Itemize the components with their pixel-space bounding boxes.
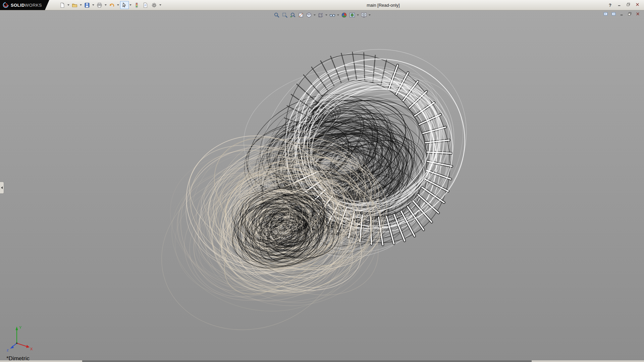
chevron-down-icon (325, 14, 327, 16)
headsup-display-style-button[interactable] (317, 11, 325, 19)
triad-origin (16, 343, 17, 344)
toolbar-select-dropdown[interactable] (129, 1, 132, 9)
toolbar-undo-button[interactable] (108, 1, 116, 9)
toolbar-new-button[interactable] (58, 1, 67, 9)
options-icon (151, 2, 157, 8)
headsup-display-style-dropdown[interactable] (325, 11, 328, 19)
headsup-hide-show-items-dropdown[interactable] (336, 11, 340, 19)
brand-name-bold: SOLID (11, 3, 25, 8)
print-icon (97, 2, 102, 8)
appearance-ball-icon (341, 12, 347, 18)
orientation-triad: Y X Z (6, 324, 37, 352)
doc-new-icon (59, 2, 65, 8)
folder-open-icon (72, 2, 77, 8)
docwindow-minimize-button[interactable] (619, 12, 625, 17)
chevron-down-icon (357, 14, 359, 16)
chevron-down-icon (314, 14, 316, 16)
headsup-hide-show-items-button[interactable] (328, 11, 336, 19)
win-close-icon (636, 11, 640, 17)
headsup-zoom-to-area-button[interactable] (281, 11, 289, 19)
headsup-previous-view-button[interactable] (289, 11, 297, 19)
toolbar-rebuild-button[interactable] (132, 1, 141, 9)
headsup-zoom-to-fit-button[interactable] (273, 11, 281, 19)
win-min-icon (620, 11, 624, 17)
rebuild-icon (134, 2, 140, 8)
status-bar (0, 360, 644, 362)
featuremanager-flyout-tab[interactable] (0, 182, 4, 194)
chevron-down-icon (67, 4, 69, 6)
file-props-icon (143, 2, 148, 8)
view-settings-icon (361, 12, 367, 18)
win-min-icon (617, 2, 622, 8)
zoom-fit-icon (274, 12, 280, 18)
docwindow-tab-right-button[interactable] (611, 12, 616, 17)
win-restore-icon (626, 2, 631, 8)
save-icon (84, 2, 90, 8)
toolbar-print-dropdown[interactable] (104, 1, 108, 9)
chevron-down-icon (159, 4, 161, 6)
toolbar-select-button[interactable] (120, 1, 129, 9)
toolbar-options-dropdown[interactable] (159, 1, 162, 9)
undo-icon (109, 2, 115, 8)
brand-name-light: WORKS (25, 3, 42, 8)
titlebar-restore-button[interactable] (625, 2, 632, 8)
graphics-viewport[interactable]: Y X Z *Dimetric (0, 10, 644, 362)
section-icon (298, 12, 304, 18)
toolbar-save-button[interactable] (83, 1, 92, 9)
heads-up-view-toolbar (273, 11, 372, 19)
toolbar-undo-dropdown[interactable] (116, 1, 120, 9)
toolbar-options-button[interactable] (150, 1, 159, 9)
chevron-down-icon (105, 4, 107, 6)
triad-y-arrow-icon (16, 326, 18, 330)
zoom-area-icon (282, 12, 288, 18)
chevron-down-icon (337, 14, 339, 16)
solidworks-brand: SOLIDWORKS (0, 0, 49, 10)
triad-x-label: X (30, 347, 33, 351)
dassault-3ds-logo-icon (3, 2, 9, 8)
headsup-apply-scene-dropdown[interactable] (356, 11, 360, 19)
prev-view-icon (290, 12, 296, 18)
headsup-view-orientation-button[interactable] (305, 11, 313, 19)
title-bar: SOLIDWORKS main [Read-only] ? (0, 0, 644, 10)
titlebar-help-button[interactable]: ? (607, 2, 613, 8)
docwindow-restore-button[interactable] (627, 12, 633, 17)
triad-x-axis (17, 343, 27, 347)
headsup-view-settings-button[interactable] (360, 11, 368, 19)
toolbar-file-properties-button[interactable] (141, 1, 150, 9)
headsup-view-orientation-dropdown[interactable] (313, 11, 317, 19)
triad-x-arrow-icon (26, 345, 30, 348)
chevron-down-icon (92, 4, 94, 6)
headsup-view-settings-dropdown[interactable] (368, 11, 372, 19)
toolbar-print-button[interactable] (95, 1, 104, 9)
cursor-icon (121, 2, 127, 8)
toolbar-open-dropdown[interactable] (79, 1, 83, 9)
brand-name: SOLIDWORKS (11, 3, 42, 8)
docwindow-close-button[interactable] (635, 12, 641, 17)
chevron-down-icon (117, 4, 119, 6)
titlebar-close-button[interactable] (634, 2, 641, 8)
win-left-icon (603, 11, 608, 17)
headsup-apply-scene-button[interactable] (348, 11, 356, 19)
main-toolbar (58, 1, 162, 9)
toolbar-save-dropdown[interactable] (92, 1, 95, 9)
docwindow-tab-left-button[interactable] (603, 12, 608, 17)
chevron-down-icon (80, 4, 82, 6)
scene-icon (349, 12, 355, 18)
document-window-controls (603, 12, 641, 17)
help-icon: ? (609, 3, 611, 7)
win-right-icon (611, 11, 616, 17)
glasses-icon (329, 12, 335, 18)
view-cube-icon (306, 12, 312, 18)
headsup-edit-appearance-button[interactable] (340, 11, 348, 19)
toolbar-open-button[interactable] (70, 1, 79, 9)
chevron-down-icon (129, 4, 131, 6)
window-controls: ? (607, 2, 641, 8)
win-close-icon (635, 2, 640, 8)
win-restore-icon (628, 11, 632, 17)
triad-z-label: Z (7, 349, 9, 352)
toolbar-new-dropdown[interactable] (67, 1, 70, 9)
titlebar-minimize-button[interactable] (616, 2, 623, 8)
chevron-down-icon (369, 14, 371, 16)
headsup-section-view-button[interactable] (297, 11, 305, 19)
triad-y-label: Y (19, 325, 22, 329)
